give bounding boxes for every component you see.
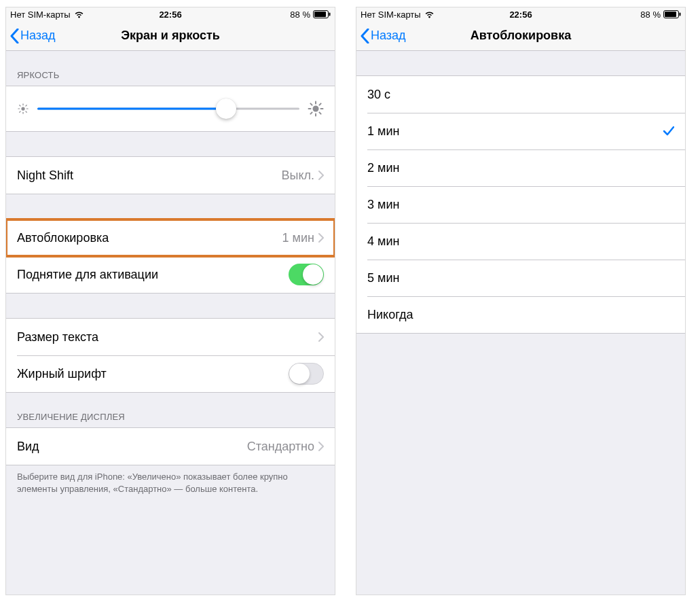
phone-autolock: Нет SIM-карты 22:56 88 % Назад Автоблоки… [356, 7, 686, 595]
battery-pct: 88 % [640, 10, 661, 20]
chevron-right-icon [318, 332, 324, 342]
svg-line-17 [310, 103, 312, 105]
svg-line-19 [310, 112, 312, 113]
brightness-group [6, 86, 335, 132]
chevron-right-icon [318, 171, 324, 180]
nav-bar: Назад Экран и яркость [6, 21, 335, 51]
svg-line-10 [20, 111, 20, 112]
autolock-option-label: 30 с [367, 88, 390, 102]
carrier-text: Нет SIM-карты [10, 10, 71, 20]
brightness-slider[interactable] [37, 99, 299, 119]
bold-text-row: Жирный шрифт [6, 355, 335, 392]
status-bar: Нет SIM-карты 22:56 88 % [356, 7, 685, 21]
night-shift-group: Night Shift Выкл. [6, 156, 335, 194]
autolock-value: 1 мин [282, 231, 318, 245]
clock: 22:56 [159, 10, 181, 20]
zoom-group: Вид Стандартно [6, 427, 335, 465]
svg-line-20 [319, 103, 320, 105]
clock: 22:56 [509, 10, 532, 20]
text-group: Размер текста Жирный шрифт [6, 318, 335, 393]
night-shift-value: Выкл. [281, 169, 318, 183]
back-label: Назад [371, 29, 406, 43]
autolock-option[interactable]: 2 мин [356, 149, 685, 186]
autolock-option[interactable]: 30 с [356, 76, 685, 113]
autolock-option-label: 5 мин [367, 271, 399, 285]
raise-to-wake-label: Поднятие для активации [17, 268, 158, 282]
autolock-label: Автоблокировка [17, 231, 109, 245]
svg-line-9 [26, 111, 26, 112]
autolock-option-label: 3 мин [367, 198, 399, 212]
autolock-option[interactable]: 1 мин [356, 113, 685, 149]
sun-high-icon [308, 101, 324, 117]
svg-line-18 [319, 112, 320, 113]
autolock-option[interactable]: 4 мин [356, 223, 685, 260]
svg-rect-1 [314, 12, 326, 17]
view-label: Вид [17, 440, 39, 454]
status-bar: Нет SIM-карты 22:56 88 % [6, 7, 335, 21]
view-value: Стандартно [247, 440, 318, 454]
brightness-header: ЯРКОСТЬ [6, 51, 335, 86]
night-shift-row[interactable]: Night Shift Выкл. [6, 157, 335, 194]
autolock-option[interactable]: Никогда [356, 296, 685, 333]
svg-point-12 [313, 106, 319, 112]
night-shift-label: Night Shift [17, 169, 73, 183]
page-title: Экран и яркость [121, 29, 220, 43]
back-button[interactable]: Назад [10, 29, 56, 43]
autolock-option[interactable]: 3 мин [356, 186, 685, 223]
bold-text-switch[interactable] [289, 363, 324, 385]
svg-line-11 [26, 105, 26, 106]
autolock-row[interactable]: Автоблокировка 1 мин [6, 219, 335, 256]
chevron-right-icon [318, 233, 324, 243]
zoom-header: УВЕЛИЧЕНИЕ ДИСПЛЕЯ [6, 393, 335, 427]
raise-to-wake-row: Поднятие для активации [6, 256, 335, 293]
text-size-row[interactable]: Размер текста [6, 319, 335, 355]
autolock-option-label: 4 мин [367, 234, 399, 249]
autolock-option[interactable]: 5 мин [356, 260, 685, 296]
zoom-footer: Выберите вид для iPhone: «Увеличено» пок… [6, 465, 335, 506]
text-size-label: Размер текста [17, 330, 98, 344]
svg-point-3 [21, 107, 24, 110]
phone-display-brightness: Нет SIM-карты 22:56 88 % Назад Экран и я… [5, 7, 335, 595]
autolock-option-label: 2 мин [367, 161, 399, 175]
autolock-option-label: 1 мин [367, 124, 399, 139]
brightness-slider-cell [6, 86, 335, 131]
svg-rect-2 [329, 13, 331, 16]
raise-to-wake-switch[interactable] [289, 264, 324, 285]
view-row[interactable]: Вид Стандартно [6, 428, 335, 465]
battery-pct: 88 % [290, 10, 310, 20]
chevron-right-icon [318, 442, 324, 451]
carrier-text: Нет SIM-карты [361, 10, 421, 20]
back-label: Назад [20, 29, 56, 43]
svg-rect-22 [665, 12, 676, 17]
wifi-icon [74, 11, 84, 18]
autolock-option-label: Никогда [367, 308, 413, 322]
battery-icon [663, 10, 681, 18]
page-title: Автоблокировка [471, 29, 571, 43]
checkmark-icon [663, 126, 674, 136]
wifi-icon [424, 11, 435, 18]
lock-activation-group: Автоблокировка 1 мин Поднятие для актива… [6, 219, 335, 294]
autolock-options-group: 30 с1 мин2 мин3 мин4 мин5 минНикогда [356, 75, 685, 334]
sun-low-icon [17, 103, 29, 115]
back-button[interactable]: Назад [361, 29, 406, 43]
svg-rect-23 [680, 13, 681, 16]
svg-line-8 [20, 105, 20, 106]
battery-icon [313, 10, 331, 18]
bold-text-label: Жирный шрифт [17, 367, 107, 381]
nav-bar: Назад Автоблокировка [356, 21, 685, 51]
